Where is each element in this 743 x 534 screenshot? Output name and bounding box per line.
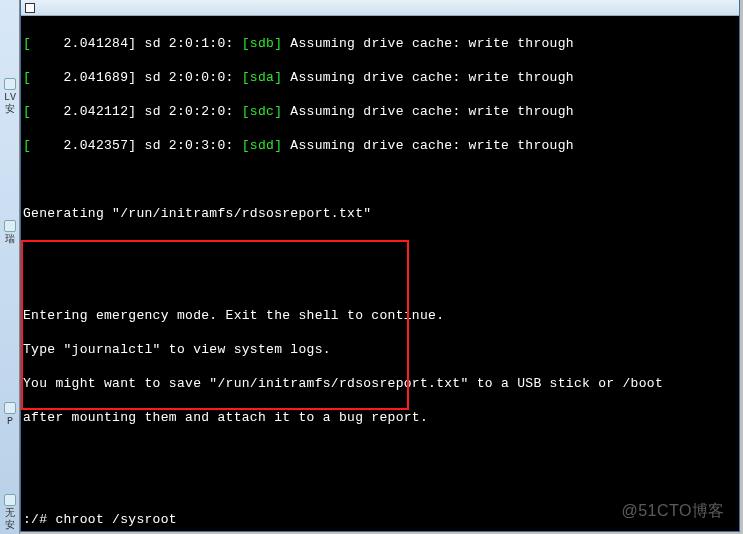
kernel-line-2: [ 2.041689] sd 2:0:0:0: [sda] Assuming d… <box>23 69 735 86</box>
strip-label-4: 无 安 <box>5 508 15 531</box>
desktop-left-strip: LV 安 瑞 P 无 安 <box>0 0 20 534</box>
kernel-line-3: [ 2.042112] sd 2:0:2:0: [sdc] Assuming d… <box>23 103 735 120</box>
window-icon <box>25 3 35 13</box>
terminal-output[interactable]: [ 2.041284] sd 2:0:1:0: [sdb] Assuming d… <box>21 16 739 531</box>
window-titlebar[interactable] <box>21 0 739 16</box>
vm-console-window: [ 2.041284] sd 2:0:1:0: [sdb] Assuming d… <box>20 0 740 532</box>
blank-4 <box>23 443 735 460</box>
strip-icon-2[interactable]: 瑞 <box>0 216 20 250</box>
strip-label-2: 瑞 <box>5 234 15 245</box>
kernel-line-4: [ 2.042357] sd 2:0:3:0: [sdd] Assuming d… <box>23 137 735 154</box>
emergency-line-2: Type "journalctl" to view system logs. <box>23 341 735 358</box>
emergency-line-4: after mounting them and attach it to a b… <box>23 409 735 426</box>
strip-icon-4[interactable]: 无 安 <box>0 490 20 524</box>
blank-5 <box>23 477 735 494</box>
strip-label-3: P <box>7 416 13 427</box>
strip-label-1: LV 安 <box>4 92 16 115</box>
kernel-line-1: [ 2.041284] sd 2:0:1:0: [sdb] Assuming d… <box>23 35 735 52</box>
generating-line: Generating "/run/initramfs/rdsosreport.t… <box>23 205 735 222</box>
blank-2 <box>23 239 735 256</box>
strip-icon-3[interactable]: P <box>0 398 20 432</box>
emergency-line-1: Entering emergency mode. Exit the shell … <box>23 307 735 324</box>
watermark-text: @51CTO博客 <box>621 502 725 519</box>
blank-3 <box>23 273 735 290</box>
emergency-line-3: You might want to save "/run/initramfs/r… <box>23 375 735 392</box>
blank-1 <box>23 171 735 188</box>
strip-icon-1[interactable]: LV 安 <box>0 74 20 108</box>
